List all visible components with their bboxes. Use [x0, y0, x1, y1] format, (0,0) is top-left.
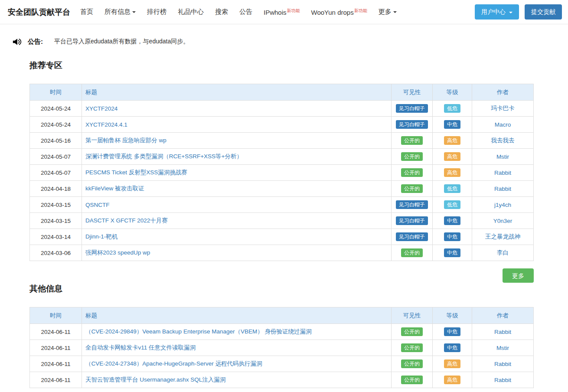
title-cell: Djinn-1-靶机 — [82, 229, 392, 245]
new-feature-tag: 新功能 — [287, 8, 300, 13]
author-link[interactable]: 玛卡巴卡 — [491, 105, 515, 111]
nav-item-ipwhois[interactable]: IPwhois新功能 — [258, 8, 306, 16]
nav-item-home[interactable]: 首页 — [75, 8, 99, 16]
title-link[interactable]: 深澜计费管理系统 多类型漏洞（RCE+SSRF+XSS等+分析） — [85, 153, 242, 160]
author-link[interactable]: j1y4ch — [494, 202, 511, 208]
announcement-text: 平台已导入原edudata所有数据，与edudata同步。 — [54, 38, 189, 46]
nav-item-gift-center[interactable]: 礼品中心 — [172, 8, 209, 16]
author-link[interactable]: Rabbit — [494, 377, 511, 383]
title-link[interactable]: Djinn-1-靶机 — [85, 233, 118, 240]
title-cell: （CVE-2024-27348）Apache-HugeGraph-Server … — [82, 356, 392, 372]
title-link[interactable]: DASCTF X GFCTF 2022十月赛 — [85, 217, 168, 224]
nav-item-search[interactable]: 搜索 — [209, 8, 234, 16]
nav-item-all-info[interactable]: 所有信息 — [99, 8, 141, 16]
date-cell: 2024-06-11 — [30, 340, 82, 356]
title-link[interactable]: 天智云智造管理平台 Usermanager.ashx SQL注入漏洞 — [85, 376, 225, 383]
author-link[interactable]: Rabbit — [494, 186, 511, 192]
nav-item-ranking[interactable]: 排行榜 — [141, 8, 172, 16]
visibility-badge: 见习白帽子 — [396, 216, 428, 225]
author-cell: Rabbit — [472, 372, 534, 388]
nav-item-more[interactable]: 更多 — [373, 8, 402, 16]
author-link[interactable]: Rabbit — [494, 170, 511, 176]
visibility-cell: 见习白帽子 — [392, 117, 433, 133]
author-cell: j1y4ch — [472, 197, 534, 213]
author-cell: Rabbit — [472, 324, 534, 340]
nav-item-label: 更多 — [379, 8, 392, 15]
author-link[interactable]: Y0n3er — [493, 218, 513, 224]
level-cell: 高危 — [433, 133, 472, 149]
more-button[interactable]: 更多 — [503, 268, 534, 283]
visibility-badge: 公开的 — [401, 184, 423, 193]
date-cell: 2024-03-15 — [30, 197, 82, 213]
title-link[interactable]: XYCTF2024 — [85, 105, 118, 112]
nav-item-label: 排行榜 — [147, 8, 166, 15]
author-link[interactable]: Mstir — [496, 154, 509, 160]
table-row: 2024-05-24XYCTF2024.4.1见习白帽子中危Macro — [30, 117, 534, 133]
table-row: 2024-05-07深澜计费管理系统 多类型漏洞（RCE+SSRF+XSS等+分… — [30, 149, 534, 165]
visibility-cell: 公开的 — [392, 324, 433, 340]
title-link[interactable]: 强网杯2023 speedUp wp — [85, 249, 150, 256]
title-link[interactable]: XYCTF2024.4.1 — [85, 121, 127, 128]
column-header: 作者 — [472, 84, 534, 101]
visibility-cell: 见习白帽子 — [392, 213, 433, 229]
submit-contribution-button[interactable]: 提交贡献 — [525, 4, 562, 19]
title-link[interactable]: QSNCTF — [85, 202, 110, 208]
date-cell: 2024-04-18 — [30, 181, 82, 197]
title-cell: QSNCTF — [82, 197, 392, 213]
title-link[interactable]: 全自动发卡网鲸发卡v11 任意文件读取漏洞 — [85, 344, 196, 351]
level-badge: 中危 — [444, 232, 460, 241]
top-navbar: 安全团队贡献平台 首页所有信息排行榜礼品中心搜索公告IPwhois新功能WooY… — [0, 0, 568, 24]
nav-item-label: IPwhois — [264, 9, 287, 16]
nav-item-wooyun-drops[interactable]: WooYun drops新功能 — [306, 8, 373, 16]
user-center-button[interactable]: 用户中心 — [475, 4, 519, 19]
author-link[interactable]: 我去我去 — [491, 137, 515, 144]
title-link[interactable]: kkFileView 被攻击取证 — [85, 185, 144, 192]
author-cell: Y0n3er — [472, 213, 534, 229]
column-header: 可见性 — [392, 84, 433, 101]
author-link[interactable]: 王之暴龙战神 — [485, 233, 520, 240]
announcement-bar: 公告: 平台已导入原edudata所有数据，与edudata同步。 — [12, 36, 568, 47]
date-cell: 2024-05-07 — [30, 165, 82, 181]
nav-item-label: 公告 — [239, 8, 252, 15]
level-badge: 中危 — [444, 248, 460, 257]
visibility-cell: 见习白帽子 — [392, 229, 433, 245]
title-link[interactable]: 第一届帕鲁杯 应急响应部分 wp — [85, 137, 166, 144]
navbar-buttons: 用户中心 提交贡献 — [475, 4, 562, 19]
level-cell: 中危 — [433, 213, 472, 229]
date-cell: 2024-06-11 — [30, 372, 82, 388]
author-link[interactable]: Macro — [495, 121, 511, 128]
author-link[interactable]: Rabbit — [494, 361, 511, 367]
visibility-badge: 见习白帽子 — [396, 232, 428, 241]
brand[interactable]: 安全团队贡献平台 — [8, 7, 70, 17]
level-badge: 中危 — [444, 327, 460, 336]
author-cell: 我去我去 — [472, 133, 534, 149]
visibility-badge: 公开的 — [401, 136, 423, 145]
level-cell: 低危 — [433, 181, 472, 197]
nav-item-announcement[interactable]: 公告 — [234, 8, 258, 16]
level-cell: 中危 — [433, 229, 472, 245]
level-badge: 中危 — [444, 120, 460, 129]
main-nav: 首页所有信息排行榜礼品中心搜索公告IPwhois新功能WooYun drops新… — [75, 8, 475, 16]
level-badge: 低危 — [444, 200, 460, 209]
author-link[interactable]: Rabbit — [494, 329, 511, 335]
title-link[interactable]: （CVE-2024-27348）Apache-HugeGraph-Server … — [85, 360, 262, 367]
visibility-cell: 公开的 — [392, 149, 433, 165]
table-row: 2024-06-11天智云智造管理平台 Usermanager.ashx SQL… — [30, 372, 534, 388]
level-cell: 低危 — [433, 197, 472, 213]
title-link[interactable]: PESCMS Ticket 反射型XSS漏洞挑战赛 — [85, 169, 187, 176]
table-row: 2024-03-14Djinn-1-靶机见习白帽子中危王之暴龙战神 — [30, 229, 534, 245]
section-title-other: 其他信息 — [29, 284, 534, 294]
level-cell: 高危 — [433, 149, 472, 165]
author-cell: 李白 — [472, 245, 534, 261]
level-cell: 高危 — [433, 165, 472, 181]
level-badge: 低危 — [444, 184, 460, 193]
visibility-cell: 公开的 — [392, 340, 433, 356]
author-link[interactable]: 李白 — [497, 249, 509, 256]
level-badge: 高危 — [444, 152, 460, 161]
date-cell: 2024-03-14 — [30, 229, 82, 245]
title-link[interactable]: （CVE-2024-29849）Veeam Backup Enterprise … — [85, 328, 311, 335]
level-badge: 高危 — [444, 136, 460, 145]
table-row: 2024-03-15DASCTF X GFCTF 2022十月赛见习白帽子中危Y… — [30, 213, 534, 229]
author-link[interactable]: Mstir — [496, 345, 509, 351]
author-cell: Rabbit — [472, 356, 534, 372]
